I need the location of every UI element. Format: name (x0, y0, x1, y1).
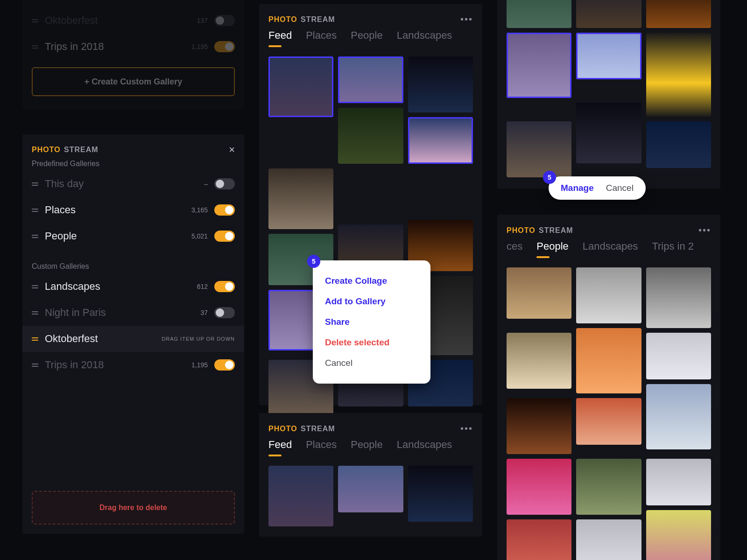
manage-button[interactable]: Manage (561, 183, 594, 193)
tab-feed[interactable]: Feed (268, 29, 292, 47)
section-label: Predefined Galleries (32, 160, 235, 168)
thumb[interactable] (646, 333, 711, 379)
thumb[interactable] (408, 56, 473, 112)
tab-landscapes[interactable]: Landscapes (397, 439, 452, 456)
thumb[interactable] (338, 466, 403, 512)
thumb[interactable] (646, 0, 711, 28)
tabs: Feed Places People Landscapes (268, 29, 473, 47)
gallery-toggle[interactable] (214, 307, 235, 318)
drag-icon[interactable] (32, 337, 38, 341)
thumb[interactable] (268, 56, 333, 117)
drag-icon[interactable] (32, 182, 38, 186)
thumb[interactable] (646, 267, 711, 328)
tab-places-partial[interactable]: ces (507, 240, 522, 258)
gallery-row[interactable]: Trips in 2018 1,195 (32, 352, 235, 378)
tab-people[interactable]: People (351, 29, 383, 47)
gallery-label: Oktoberfest (45, 14, 183, 27)
selection-badge: 5 (543, 171, 556, 184)
thumb[interactable] (338, 56, 403, 103)
thumb[interactable] (507, 121, 571, 177)
drag-icon[interactable] (32, 364, 38, 367)
drag-icon[interactable] (32, 235, 38, 238)
tab-people[interactable]: People (536, 240, 569, 258)
panel-title: PHOTO STREAM (268, 425, 335, 433)
tab-trips-partial[interactable]: Trips in 2 (652, 240, 694, 258)
panel-title: PHOTO STREAM (268, 15, 335, 24)
gallery-panel-top: Night in Paris 37 Oktoberfest 137 Trips … (22, 0, 244, 109)
tab-people[interactable]: People (351, 439, 383, 456)
drag-icon[interactable] (32, 209, 38, 212)
gallery-toggle[interactable] (214, 178, 235, 189)
thumb[interactable] (576, 103, 641, 163)
gallery-row[interactable]: Trips in 2018 1,195 (32, 34, 235, 60)
thumb[interactable] (507, 267, 571, 319)
menu-add-to-gallery[interactable]: Add to Gallery (325, 291, 418, 312)
thumb[interactable] (268, 168, 333, 229)
gallery-row[interactable]: Landscapes 612 (32, 273, 235, 300)
thumb[interactable] (576, 267, 641, 323)
thumb[interactable] (507, 398, 571, 454)
menu-delete-selected[interactable]: Delete selected (325, 332, 418, 353)
gallery-row[interactable]: Night in Paris 37 (32, 300, 235, 326)
menu-create-collage[interactable]: Create Collage (325, 271, 418, 291)
gallery-toggle[interactable] (214, 15, 235, 26)
menu-cancel[interactable]: Cancel (325, 353, 418, 373)
thumb[interactable] (507, 459, 571, 515)
thumb[interactable] (646, 33, 711, 117)
drag-icon[interactable] (32, 19, 38, 22)
drag-icon[interactable] (32, 45, 38, 49)
thumb[interactable] (576, 0, 641, 28)
thumb[interactable] (576, 519, 641, 560)
gallery-row[interactable]: People 5,021 (32, 223, 235, 249)
thumbnail-grid (507, 0, 711, 177)
more-icon[interactable]: ••• (698, 225, 711, 236)
photo-stream-feed-panel: PHOTO STREAM ••• Feed Places People Land… (259, 4, 482, 405)
thumb[interactable] (646, 121, 711, 168)
thumb[interactable] (268, 466, 333, 526)
thumb[interactable] (507, 33, 571, 98)
tab-places[interactable]: Places (306, 29, 337, 47)
menu-share[interactable]: Share (325, 312, 418, 332)
gallery-row-dragging[interactable]: Oktoberfest DRAG ITEM UP OR DOWN (32, 326, 235, 352)
tab-feed[interactable]: Feed (268, 439, 292, 456)
more-icon[interactable]: ••• (460, 423, 473, 434)
thumb[interactable] (507, 333, 571, 389)
thumb[interactable] (408, 117, 473, 164)
thumb[interactable] (646, 384, 711, 449)
gallery-row[interactable]: This day – (32, 171, 235, 197)
more-icon[interactable]: ••• (460, 14, 473, 25)
gallery-row[interactable]: Places 3,165 (32, 197, 235, 223)
cancel-button[interactable]: Cancel (606, 183, 634, 193)
delete-dropzone[interactable]: Drag here to delete (32, 491, 235, 525)
tab-places[interactable]: Places (306, 439, 337, 456)
gallery-label: Trips in 2018 (45, 41, 183, 53)
thumb[interactable] (507, 519, 571, 560)
thumb[interactable] (576, 459, 641, 515)
photo-stream-selection-panel: 5 Manage Cancel (497, 0, 720, 189)
thumb[interactable] (646, 510, 711, 560)
thumb[interactable] (576, 328, 641, 393)
drag-icon[interactable] (32, 285, 38, 288)
create-gallery-button[interactable]: + Create Custom Gallery (32, 67, 235, 96)
thumb[interactable] (507, 0, 571, 28)
tab-landscapes[interactable]: Landscapes (583, 240, 638, 258)
thumb[interactable] (408, 466, 473, 522)
gallery-row[interactable]: Oktoberfest 137 (32, 7, 235, 34)
close-icon[interactable]: × (229, 144, 235, 156)
thumbnail-grid (507, 267, 711, 560)
gallery-row[interactable]: Night in Paris 37 (32, 0, 235, 7)
manage-pill: 5 Manage Cancel (549, 176, 646, 200)
gallery-toggle[interactable] (214, 41, 235, 52)
gallery-count: 137 (189, 17, 208, 24)
gallery-toggle[interactable] (214, 359, 235, 371)
gallery-toggle[interactable] (214, 204, 235, 216)
drag-icon[interactable] (32, 311, 38, 315)
thumb[interactable] (646, 459, 711, 505)
selection-badge: 5 (307, 255, 320, 268)
thumb[interactable] (576, 33, 641, 79)
thumb[interactable] (338, 108, 403, 164)
gallery-toggle[interactable] (214, 231, 235, 242)
gallery-toggle[interactable] (214, 281, 235, 292)
tab-landscapes[interactable]: Landscapes (397, 29, 452, 47)
thumb[interactable] (576, 398, 641, 445)
